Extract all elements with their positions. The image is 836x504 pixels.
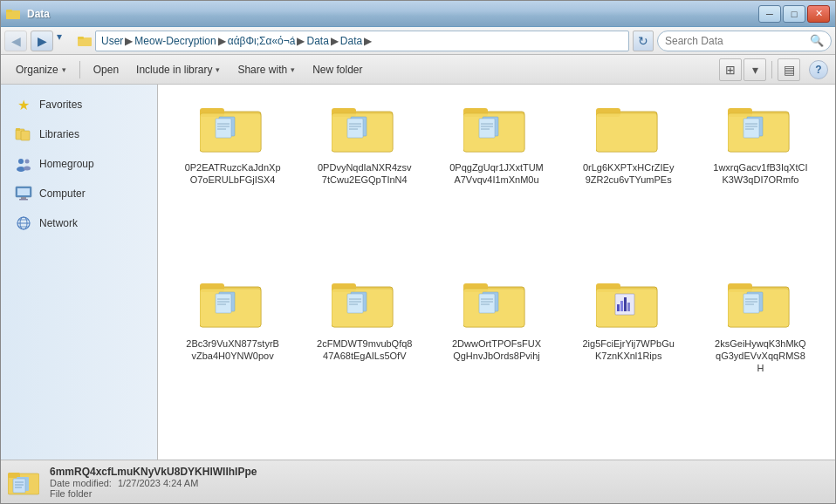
folder-label: 2DwwOrtTPOFsFUXQgHnvJbOrds8Pvihj bbox=[449, 337, 545, 363]
svg-rect-15 bbox=[19, 199, 28, 201]
folder-item[interactable]: 0P2EATRuzcKaJdnXpO7oERULbFGjISX4 bbox=[168, 92, 297, 264]
organize-button[interactable]: Organize ▾ bbox=[8, 58, 74, 81]
back-button[interactable]: ◀ bbox=[4, 31, 27, 51]
refresh-button[interactable]: ↻ bbox=[633, 31, 654, 51]
open-button[interactable]: Open bbox=[86, 58, 127, 81]
svg-rect-7 bbox=[21, 131, 30, 140]
sidebar-item-homegroup[interactable]: Homegroup bbox=[1, 151, 157, 177]
folder-item[interactable]: 1wxrqGacv1fB3IqXtCIK3W3qDI7ORmfo bbox=[696, 92, 825, 264]
status-bar: 6mmRQ4xcfLmuKNyVkU8DYKHlWIlhIPpe Date mo… bbox=[1, 460, 835, 503]
folder-icon bbox=[462, 99, 531, 160]
libraries-icon bbox=[15, 126, 32, 143]
include-library-button[interactable]: Include in library ▾ bbox=[128, 58, 228, 81]
star-icon: ★ bbox=[15, 96, 32, 113]
status-file-name: 6mmRQ4xcfLmuKNyVkU8DYKHlWIlhIPpe bbox=[50, 466, 257, 478]
sidebar-section-libraries: Libraries bbox=[1, 121, 157, 147]
search-icon: 🔍 bbox=[810, 34, 824, 47]
svg-rect-68 bbox=[347, 294, 363, 313]
folder-icon bbox=[593, 275, 663, 336]
folder-label: 1wxrqGacv1fB3IqXtCIK3W3qDI7ORmfo bbox=[712, 161, 808, 187]
svg-rect-4 bbox=[78, 37, 84, 39]
folder-label: 2ig5FciEjrYij7WPbGuK7znKXnl1Rips bbox=[580, 337, 676, 363]
folder-icon bbox=[462, 275, 531, 336]
path-data2[interactable]: Data bbox=[340, 35, 362, 47]
folder-item[interactable]: 2ig5FciEjrYij7WPbGuK7znKXnl1Rips bbox=[565, 268, 693, 453]
title-bar-folder-icon bbox=[6, 7, 20, 21]
svg-point-11 bbox=[24, 167, 31, 171]
sidebar-item-network[interactable]: Network bbox=[1, 210, 157, 236]
svg-rect-85 bbox=[620, 301, 623, 311]
svg-rect-87 bbox=[627, 303, 630, 311]
svg-rect-52 bbox=[743, 119, 759, 138]
preview-button[interactable]: ▤ bbox=[778, 58, 800, 81]
window-title: Data bbox=[27, 8, 50, 20]
folder-item[interactable]: 0PDvyNqdIaNXR4zsv7tCwu2EGQpTInN4 bbox=[300, 92, 428, 264]
address-path[interactable]: User ▶ Meow-Decryption ▶ αάβΦι;Σα«ό¬á ▶ … bbox=[95, 31, 629, 51]
folder-label: 0rLg6KXPTxHCrZIEy9ZR2cu6vTYumPEs bbox=[580, 161, 676, 187]
title-bar-buttons: ─ □ ✕ bbox=[758, 5, 830, 23]
svg-rect-14 bbox=[21, 197, 26, 199]
svg-rect-76 bbox=[479, 294, 495, 313]
svg-rect-99 bbox=[13, 479, 25, 493]
svg-rect-47 bbox=[596, 113, 657, 152]
sidebar-item-libraries[interactable]: Libraries bbox=[1, 121, 157, 147]
svg-rect-92 bbox=[743, 294, 759, 313]
folder-icon bbox=[330, 99, 400, 160]
close-button[interactable]: ✕ bbox=[807, 5, 830, 23]
folder-item[interactable]: 2ksGeiHywqK3hMkQqG3ydEVvXqqRMS8H bbox=[696, 268, 825, 453]
explorer-window: Data ─ □ ✕ ◀ ▶ ▾ User ▶ Meow-Decryption … bbox=[0, 0, 836, 504]
path-data1[interactable]: Data bbox=[306, 35, 328, 47]
svg-rect-84 bbox=[617, 304, 620, 311]
view-change-button[interactable]: ⊞ bbox=[719, 58, 742, 81]
maximize-button[interactable]: □ bbox=[783, 5, 805, 23]
minimize-button[interactable]: ─ bbox=[758, 5, 781, 23]
toolbar: Organize ▾ Open Include in library ▾ Sha… bbox=[1, 55, 835, 85]
svg-point-10 bbox=[25, 160, 30, 164]
svg-rect-86 bbox=[624, 297, 627, 311]
status-file-type: File folder bbox=[50, 488, 257, 499]
folder-label: 2ksGeiHywqK3hMkQqG3ydEVvXqqRMS8H bbox=[712, 337, 808, 375]
folder-label: 2cFMDWT9mvubQfq847A68tEgAILs5OfV bbox=[317, 337, 413, 363]
toolbar-separator-1 bbox=[79, 61, 80, 78]
svg-point-8 bbox=[18, 159, 24, 164]
search-box: 🔍 bbox=[657, 31, 832, 51]
sidebar-item-computer[interactable]: Computer bbox=[1, 180, 157, 207]
sidebar-section-network: Network bbox=[1, 210, 157, 236]
folder-icon bbox=[198, 275, 268, 336]
path-meow-decryption[interactable]: Meow-Decryption bbox=[134, 35, 216, 47]
network-icon bbox=[15, 215, 32, 232]
share-with-button[interactable]: Share with ▾ bbox=[230, 58, 303, 81]
folder-item[interactable]: 2DwwOrtTPOFsFUXQgHnvJbOrds8Pvihj bbox=[432, 268, 560, 453]
path-encoded[interactable]: αάβΦι;Σα«ό¬á bbox=[228, 35, 296, 47]
svg-rect-6 bbox=[16, 128, 20, 131]
search-input[interactable] bbox=[665, 35, 810, 47]
forward-button[interactable]: ▶ bbox=[31, 31, 53, 51]
folder-icon bbox=[593, 99, 663, 160]
folder-icon bbox=[725, 275, 795, 336]
main-area: ★ Favorites Libraries bbox=[1, 85, 835, 460]
sidebar-item-favorites[interactable]: ★ Favorites bbox=[1, 92, 157, 118]
address-bar: ◀ ▶ ▾ User ▶ Meow-Decryption ▶ αάβΦι;Σα«… bbox=[1, 27, 835, 55]
sidebar-section-homegroup: Homegroup bbox=[1, 151, 157, 177]
sidebar: ★ Favorites Libraries bbox=[1, 85, 158, 460]
folder-label: 0PqgZgUqr1JXxtTUMA7Vvqv4I1mXnM0u bbox=[449, 161, 545, 187]
title-bar: Data ─ □ ✕ bbox=[1, 1, 835, 27]
status-info: 6mmRQ4xcfLmuKNyVkU8DYKHlWIlhIPpe Date mo… bbox=[50, 466, 257, 499]
view-dropdown-button[interactable]: ▾ bbox=[743, 58, 766, 81]
help-button[interactable]: ? bbox=[809, 60, 828, 79]
folder-item[interactable]: 2Bc3r9VuXN877styrBvZba4H0YNW0pov bbox=[168, 268, 297, 453]
path-user[interactable]: User bbox=[101, 35, 123, 47]
svg-rect-41 bbox=[479, 119, 495, 138]
dropdown-button[interactable]: ▾ bbox=[57, 31, 74, 51]
title-bar-left: Data bbox=[6, 7, 50, 21]
svg-rect-60 bbox=[216, 294, 231, 313]
folder-item[interactable]: 0PqgZgUqr1JXxtTUMA7Vvqv4I1mXnM0u bbox=[432, 92, 560, 264]
folder-icon bbox=[725, 99, 795, 160]
new-folder-button[interactable]: New folder bbox=[305, 58, 370, 81]
sidebar-section-favorites: ★ Favorites bbox=[1, 92, 157, 118]
folder-label: 0P2EATRuzcKaJdnXpO7oERULbFGjISX4 bbox=[185, 161, 281, 187]
folder-item[interactable]: 0rLg6KXPTxHCrZIEy9ZR2cu6vTYumPEs bbox=[565, 92, 693, 264]
folder-item[interactable]: 2cFMDWT9mvubQfq847A68tEgAILs5OfV bbox=[300, 268, 428, 453]
homegroup-icon bbox=[15, 155, 32, 173]
status-date-modified: Date modified: 1/27/2023 4:24 AM bbox=[50, 478, 257, 488]
